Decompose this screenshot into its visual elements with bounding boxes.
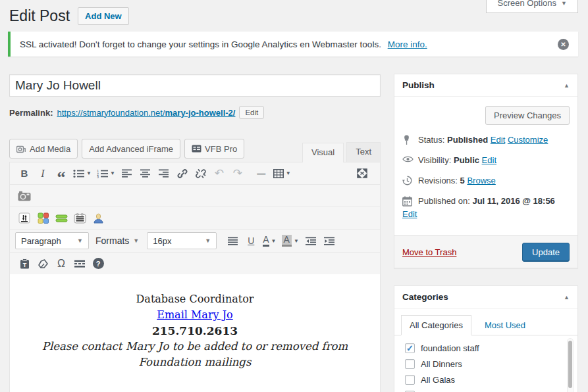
chevron-down-icon: ▼ — [198, 237, 211, 244]
add-media-label: Add Media — [30, 144, 70, 154]
fullscreen-button[interactable] — [354, 165, 371, 182]
formats-label: Formats — [95, 235, 129, 246]
four-squares-icon — [38, 212, 49, 224]
tab-all-categories[interactable]: All Categories — [401, 315, 471, 335]
indent-button[interactable] — [321, 233, 338, 249]
publish-title: Publish — [402, 80, 435, 90]
tab-most-used[interactable]: Most Used — [482, 316, 528, 335]
dismiss-notice-button[interactable]: ✕ — [558, 39, 569, 50]
email-mary-jo-link[interactable]: Email Mary Jo — [157, 308, 232, 321]
bold-button[interactable]: B — [16, 165, 33, 182]
font-size-select[interactable]: 16px ▼ — [147, 232, 217, 249]
help-button[interactable]: ? — [90, 255, 107, 272]
media-buttons: Add Media Add Advanced iFrame VFB Pro — [9, 139, 244, 159]
more-info-link[interactable]: More info. — [388, 39, 427, 49]
align-left-button[interactable] — [119, 165, 136, 182]
permalink-slug: mary-jo-howell-2/ — [165, 108, 236, 118]
horizontal-rule-button[interactable]: — — [253, 165, 270, 182]
blockquote-button[interactable]: “ — [53, 165, 70, 182]
color-squares-button[interactable] — [34, 210, 51, 226]
checkbox-all-galas[interactable]: ✓ — [405, 375, 415, 385]
editor-content-area[interactable]: Database Coordinator Email Mary Jo 215.7… — [10, 274, 380, 392]
move-to-trash-link[interactable]: Move to Trash — [402, 247, 456, 257]
eye-icon — [402, 155, 415, 163]
vfb-pro-button[interactable]: VFB Pro — [184, 139, 244, 159]
update-button[interactable]: Update — [522, 243, 570, 262]
indent-icon — [324, 237, 334, 245]
content-line-title: Database Coordinator — [23, 291, 367, 307]
read-more-tag-button[interactable] — [71, 255, 88, 272]
permalink-edit-button[interactable]: Edit — [239, 106, 264, 119]
scrollbar-track[interactable] — [567, 338, 574, 392]
screen-options-tab[interactable]: Screen Options ▼ — [486, 0, 578, 13]
italic-button[interactable]: I — [34, 165, 51, 182]
revisions-value: 5 — [460, 176, 465, 185]
text-color-button[interactable]: A ▼ — [261, 233, 278, 249]
category-item[interactable]: ✓ All Dinners — [405, 359, 562, 369]
help-icon: ? — [93, 258, 104, 269]
checkbox-foundation-staff[interactable]: ✓ — [405, 343, 415, 353]
category-item[interactable]: ✓ All Galas — [405, 375, 562, 385]
form-list-button[interactable] — [71, 210, 88, 226]
tab-visual[interactable]: Visual — [302, 143, 344, 162]
formats-dropdown[interactable]: Formats ▼ — [95, 235, 139, 246]
calendar-icon — [402, 195, 415, 207]
underline-button[interactable]: U — [242, 233, 259, 249]
editor-toolbar-group: B I “ ▼ 123 ▼ ↶ ↷ — — [10, 162, 380, 274]
status-customize-link[interactable]: Customize — [508, 135, 548, 145]
justify-button[interactable] — [224, 233, 241, 249]
clear-formatting-button[interactable] — [34, 255, 51, 272]
outdent-icon — [306, 237, 316, 245]
status-edit-link[interactable]: Edit — [491, 135, 505, 145]
undo-button[interactable]: ↶ — [211, 165, 228, 182]
revisions-row: Revisions: 5 Browse — [402, 175, 570, 187]
link-icon — [177, 169, 188, 178]
table-button[interactable]: ▼ — [271, 165, 293, 182]
add-new-button[interactable]: Add New — [78, 7, 129, 25]
paragraph-select[interactable]: Paragraph ▼ — [15, 232, 89, 249]
add-advanced-iframe-button[interactable]: Add Advanced iFrame — [82, 139, 180, 159]
link-button[interactable] — [174, 165, 191, 182]
bullet-list-button[interactable]: ▼ — [71, 165, 94, 182]
visibility-value: Public — [454, 155, 479, 165]
align-right-button[interactable] — [155, 165, 173, 182]
paste-as-text-button[interactable]: T — [16, 255, 33, 272]
categories-box: Categories ▲ All Categories Most Used ✓ … — [394, 285, 578, 392]
collapse-toggle-icon[interactable]: ▲ — [564, 82, 570, 89]
add-media-button[interactable]: Add Media — [9, 139, 78, 159]
camera-icon — [18, 191, 31, 201]
visibility-edit-link[interactable]: Edit — [482, 155, 496, 165]
revisions-browse-link[interactable]: Browse — [467, 176, 495, 185]
gallery-camera-button[interactable] — [16, 187, 33, 204]
toolbar-row-1: B I “ ▼ 123 ▼ ↶ ↷ — — [10, 162, 380, 184]
publish-box-header[interactable]: Publish ▲ — [394, 74, 577, 97]
tab-text[interactable]: Text — [346, 142, 381, 162]
permalink-link[interactable]: https://stmaryfoundation.net/mary-jo-how… — [57, 108, 235, 118]
user-profile-button[interactable] — [90, 210, 107, 226]
align-center-button[interactable] — [137, 165, 154, 182]
category-item[interactable]: ✓ foundation staff — [405, 343, 562, 353]
unlink-icon — [196, 169, 206, 178]
fullscreen-icon — [357, 168, 367, 178]
categories-box-header[interactable]: Categories ▲ — [394, 286, 577, 308]
ssl-notice: SSL activated! Don't forget to change yo… — [8, 32, 578, 57]
categories-list: ✓ foundation staff ✓ All Dinners ✓ All G… — [394, 335, 577, 392]
collapse-toggle-icon[interactable]: ▲ — [564, 294, 570, 301]
numbered-list-button[interactable]: 123 ▼ — [95, 165, 117, 182]
paragraph-select-value: Paragraph — [21, 236, 61, 246]
background-color-button[interactable]: A ▼ — [280, 233, 301, 249]
preview-changes-button[interactable]: Preview Changes — [485, 106, 570, 125]
redo-button[interactable]: ↷ — [229, 165, 246, 182]
svg-text:3: 3 — [97, 175, 99, 178]
close-icon: ✕ — [560, 41, 566, 48]
special-character-button[interactable]: Ω — [53, 255, 70, 272]
scrollbar-thumb[interactable] — [568, 341, 572, 388]
unlink-button[interactable] — [192, 165, 209, 182]
import-export-button[interactable] — [16, 210, 33, 226]
checkbox-all-dinners[interactable]: ✓ — [405, 359, 415, 369]
published-edit-link[interactable]: Edit — [402, 209, 417, 219]
green-bars-button[interactable] — [53, 210, 70, 226]
post-title-input[interactable] — [9, 74, 381, 97]
outdent-button[interactable] — [302, 233, 319, 249]
notice-message: SSL activated! Don't forget to change yo… — [20, 39, 427, 49]
